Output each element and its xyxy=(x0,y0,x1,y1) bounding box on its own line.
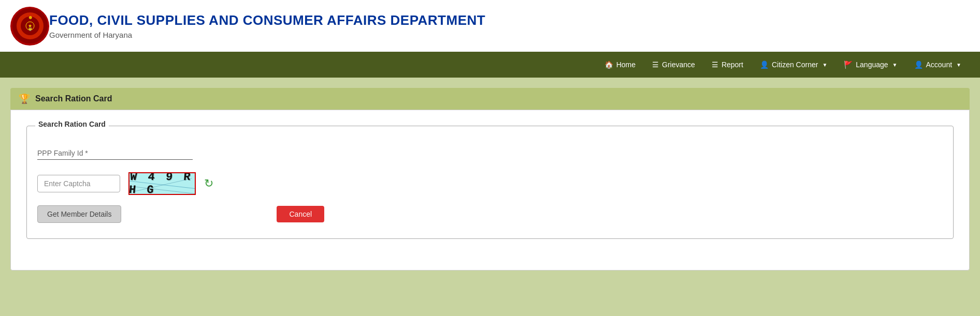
header-title-block: FOOD, CIVIL SUPPLIES AND CONSUMER AFFAIR… xyxy=(49,12,485,39)
citizen-icon: 👤 xyxy=(760,61,769,69)
form-container: Search Ration Card W 4 9 R H G ↻ G xyxy=(10,110,970,270)
refresh-captcha-icon[interactable]: ↻ xyxy=(204,177,213,190)
nav-language[interactable]: 🚩 Language ▼ xyxy=(835,52,905,78)
report-icon: ☰ xyxy=(712,61,718,69)
language-dropdown-arrow: ▼ xyxy=(892,62,898,68)
nav-account[interactable]: 👤 Account ▼ xyxy=(906,52,970,78)
logo: ☸ 🦁 ★ xyxy=(10,7,49,46)
captcha-image: W 4 9 R H G xyxy=(128,172,196,195)
gov-name: Government of Haryana xyxy=(49,31,485,39)
captcha-row: W 4 9 R H G ↻ xyxy=(37,172,943,195)
svg-text:★: ★ xyxy=(28,23,32,28)
nav-account-label: Account xyxy=(926,61,953,69)
content-area: 🏆 Search Ration Card Search Ration Card … xyxy=(0,78,980,284)
search-fieldset: Search Ration Card W 4 9 R H G ↻ G xyxy=(26,126,954,239)
account-icon: 👤 xyxy=(914,61,923,69)
nav-grievance[interactable]: ☰ Grievance xyxy=(644,52,703,78)
nav-citizen-corner[interactable]: 👤 Citizen Corner ▼ xyxy=(752,52,835,78)
nav-home-label: Home xyxy=(616,61,636,69)
nav-home[interactable]: 🏠 Home xyxy=(596,52,644,78)
account-dropdown-arrow: ▼ xyxy=(956,62,961,68)
svg-text:☸: ☸ xyxy=(28,16,32,20)
home-icon: 🏠 xyxy=(604,61,613,69)
get-member-details-button[interactable]: Get Member Details xyxy=(37,205,121,223)
captcha-input[interactable] xyxy=(37,175,120,192)
org-name: FOOD, CIVIL SUPPLIES AND CONSUMER AFFAIR… xyxy=(49,12,485,28)
navbar: 🏠 Home ☰ Grievance ☰ Report 👤 Citizen Co… xyxy=(0,52,980,78)
captcha-text: W 4 9 R H G xyxy=(128,172,196,195)
fieldset-legend: Search Ration Card xyxy=(35,120,109,128)
section-title: Search Ration Card xyxy=(35,94,112,103)
language-icon: 🚩 xyxy=(844,61,853,69)
buttons-row: Get Member Details Cancel xyxy=(37,205,943,223)
nav-citizen-label: Citizen Corner xyxy=(772,61,818,69)
section-header: 🏆 Search Ration Card xyxy=(10,88,970,110)
nav-report[interactable]: ☰ Report xyxy=(703,52,752,78)
header: ☸ 🦁 ★ FOOD, CIVIL SUPPLIES AND CONSUMER … xyxy=(0,0,980,52)
ppp-family-id-input[interactable] xyxy=(37,147,193,160)
nav-report-label: Report xyxy=(722,61,743,69)
grievance-icon: ☰ xyxy=(652,61,659,69)
nav-grievance-label: Grievance xyxy=(662,61,695,69)
nav-language-label: Language xyxy=(856,61,888,69)
section-header-icon: 🏆 xyxy=(19,93,30,104)
citizen-dropdown-arrow: ▼ xyxy=(822,62,827,68)
cancel-button[interactable]: Cancel xyxy=(277,206,324,222)
